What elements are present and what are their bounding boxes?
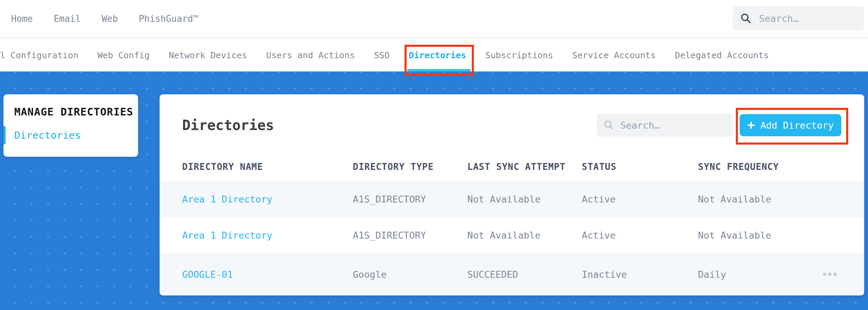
global-search[interactable] <box>733 6 864 31</box>
manage-directories-card: MANAGE DIRECTORIES Directories <box>3 94 138 157</box>
cell-status: Active <box>582 194 698 205</box>
tab-network-devices[interactable]: Network Devices <box>169 39 247 71</box>
tab-users-and-actions[interactable]: Users and Actions <box>266 39 355 71</box>
cell-last-sync-attempt: Not Available <box>467 194 582 205</box>
annotation-box-directories-tab <box>405 45 474 76</box>
cell-type: A1S_DIRECTORY <box>353 230 467 241</box>
tab-web-config[interactable]: Web Config <box>97 39 150 71</box>
cell-sync-frequency: Daily <box>698 269 818 280</box>
sidebar-title: MANAGE DIRECTORIES <box>3 106 138 118</box>
directories-search-input[interactable] <box>620 120 726 131</box>
cell-sync-frequency: Not Available <box>698 230 818 241</box>
page: HomeEmailWebPhishGuard™ l ConfigurationW… <box>0 0 868 310</box>
table-row: GOOGLE-01GoogleSUCCEEDEDInactiveDaily <box>160 253 864 295</box>
panel-title: Directories <box>182 117 274 134</box>
top-nav-items: HomeEmailWebPhishGuard™ <box>11 14 219 24</box>
tab-sso[interactable]: SSO <box>374 39 390 71</box>
top-nav-item-web[interactable]: Web <box>102 14 118 24</box>
tab-l-configuration[interactable]: l Configuration <box>0 39 78 71</box>
top-nav-item-phishguard-[interactable]: PhishGuard™ <box>139 14 198 24</box>
column-header: DIRECTORY NAME <box>182 162 353 172</box>
table-row: Area 1 DirectoryA1S_DIRECTORYNot Availab… <box>160 181 864 217</box>
directories-search[interactable] <box>597 114 733 137</box>
workspace-background: MANAGE DIRECTORIES Directories Directori… <box>0 71 868 310</box>
sidebar-item-label: Directories <box>14 129 81 141</box>
search-icon <box>740 13 751 24</box>
row-actions-cell <box>818 272 842 276</box>
cell-last-sync-attempt: SUCCEEDED <box>467 269 582 280</box>
tab-service-accounts[interactable]: Service Accounts <box>572 39 656 71</box>
cell-type: A1S_DIRECTORY <box>353 194 467 205</box>
top-navigation: HomeEmailWebPhishGuard™ <box>0 0 868 38</box>
table-body: Area 1 DirectoryA1S_DIRECTORYNot Availab… <box>160 181 864 295</box>
directory-name-link[interactable]: GOOGLE-01 <box>182 269 353 280</box>
cell-last-sync-attempt: Not Available <box>467 230 582 241</box>
column-header: SYNC FREQUENCY <box>698 162 818 172</box>
row-menu-ellipsis-icon[interactable] <box>822 272 837 276</box>
table-row: Area 1 DirectoryA1S_DIRECTORYNot Availab… <box>160 217 864 253</box>
sidebar-item-directories[interactable]: Directories <box>3 126 138 145</box>
column-header: DIRECTORY TYPE <box>353 162 467 172</box>
directory-name-link[interactable]: Area 1 Directory <box>182 230 353 241</box>
tab-delegated-accounts[interactable]: Delegated Accounts <box>675 39 769 71</box>
column-header: LAST SYNC ATTEMPT <box>467 162 582 172</box>
global-search-input[interactable] <box>759 13 856 24</box>
column-header: STATUS <box>582 162 698 172</box>
active-indicator-bar <box>3 126 6 144</box>
annotation-box-add-directory <box>736 108 848 145</box>
top-nav-item-email[interactable]: Email <box>54 14 81 24</box>
directory-name-link[interactable]: Area 1 Directory <box>182 194 353 205</box>
tab-subscriptions[interactable]: Subscriptions <box>485 39 553 71</box>
cell-status: Inactive <box>582 269 698 280</box>
cell-type: Google <box>353 269 467 280</box>
cell-sync-frequency: Not Available <box>698 194 818 205</box>
cell-status: Active <box>582 230 698 241</box>
top-nav-item-home[interactable]: Home <box>11 14 33 24</box>
search-icon <box>604 120 614 130</box>
